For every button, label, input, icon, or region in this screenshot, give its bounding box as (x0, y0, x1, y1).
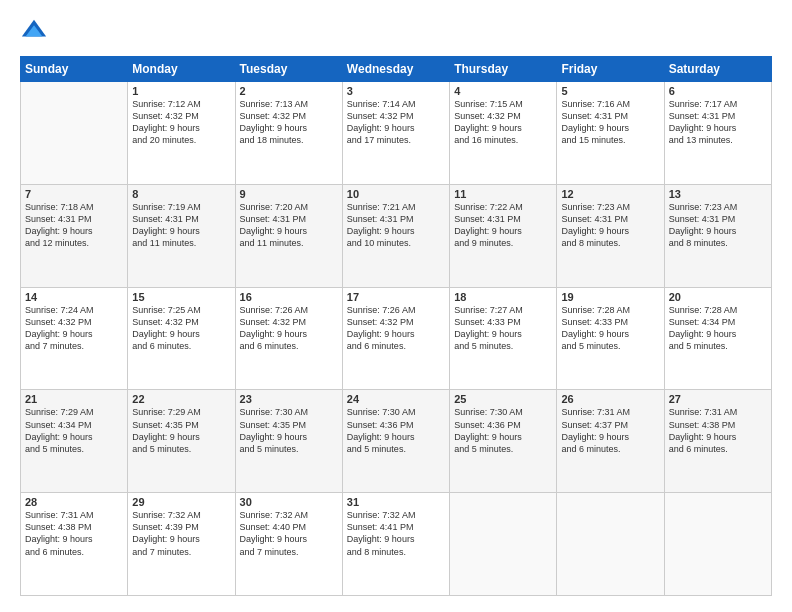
day-info: Sunrise: 7:16 AM Sunset: 4:31 PM Dayligh… (561, 98, 659, 147)
day-number: 4 (454, 85, 552, 97)
calendar-day-cell: 21Sunrise: 7:29 AM Sunset: 4:34 PM Dayli… (21, 390, 128, 493)
day-info: Sunrise: 7:30 AM Sunset: 4:35 PM Dayligh… (240, 406, 338, 455)
calendar-day-cell (557, 493, 664, 596)
day-number: 22 (132, 393, 230, 405)
calendar-day-cell: 2Sunrise: 7:13 AM Sunset: 4:32 PM Daylig… (235, 82, 342, 185)
day-info: Sunrise: 7:32 AM Sunset: 4:41 PM Dayligh… (347, 509, 445, 558)
calendar-day-cell: 4Sunrise: 7:15 AM Sunset: 4:32 PM Daylig… (450, 82, 557, 185)
day-info: Sunrise: 7:31 AM Sunset: 4:38 PM Dayligh… (669, 406, 767, 455)
calendar-week-row: 7Sunrise: 7:18 AM Sunset: 4:31 PM Daylig… (21, 184, 772, 287)
day-info: Sunrise: 7:12 AM Sunset: 4:32 PM Dayligh… (132, 98, 230, 147)
calendar-day-cell (664, 493, 771, 596)
day-info: Sunrise: 7:30 AM Sunset: 4:36 PM Dayligh… (347, 406, 445, 455)
day-info: Sunrise: 7:13 AM Sunset: 4:32 PM Dayligh… (240, 98, 338, 147)
day-number: 3 (347, 85, 445, 97)
calendar-day-header: Wednesday (342, 57, 449, 82)
day-info: Sunrise: 7:22 AM Sunset: 4:31 PM Dayligh… (454, 201, 552, 250)
day-number: 9 (240, 188, 338, 200)
day-number: 20 (669, 291, 767, 303)
calendar-day-cell: 11Sunrise: 7:22 AM Sunset: 4:31 PM Dayli… (450, 184, 557, 287)
calendar-week-row: 1Sunrise: 7:12 AM Sunset: 4:32 PM Daylig… (21, 82, 772, 185)
day-info: Sunrise: 7:27 AM Sunset: 4:33 PM Dayligh… (454, 304, 552, 353)
calendar-day-cell: 26Sunrise: 7:31 AM Sunset: 4:37 PM Dayli… (557, 390, 664, 493)
calendar-header-row: SundayMondayTuesdayWednesdayThursdayFrid… (21, 57, 772, 82)
calendar-day-cell: 24Sunrise: 7:30 AM Sunset: 4:36 PM Dayli… (342, 390, 449, 493)
day-number: 18 (454, 291, 552, 303)
day-number: 27 (669, 393, 767, 405)
calendar-table: SundayMondayTuesdayWednesdayThursdayFrid… (20, 56, 772, 596)
day-number: 13 (669, 188, 767, 200)
calendar-day-cell: 25Sunrise: 7:30 AM Sunset: 4:36 PM Dayli… (450, 390, 557, 493)
calendar-day-cell: 31Sunrise: 7:32 AM Sunset: 4:41 PM Dayli… (342, 493, 449, 596)
calendar-day-header: Saturday (664, 57, 771, 82)
calendar-day-cell: 29Sunrise: 7:32 AM Sunset: 4:39 PM Dayli… (128, 493, 235, 596)
calendar-day-cell: 16Sunrise: 7:26 AM Sunset: 4:32 PM Dayli… (235, 287, 342, 390)
calendar-day-cell: 19Sunrise: 7:28 AM Sunset: 4:33 PM Dayli… (557, 287, 664, 390)
day-number: 31 (347, 496, 445, 508)
day-info: Sunrise: 7:23 AM Sunset: 4:31 PM Dayligh… (669, 201, 767, 250)
calendar-day-header: Friday (557, 57, 664, 82)
calendar-day-cell: 18Sunrise: 7:27 AM Sunset: 4:33 PM Dayli… (450, 287, 557, 390)
calendar-day-cell: 6Sunrise: 7:17 AM Sunset: 4:31 PM Daylig… (664, 82, 771, 185)
calendar-day-cell: 1Sunrise: 7:12 AM Sunset: 4:32 PM Daylig… (128, 82, 235, 185)
day-number: 8 (132, 188, 230, 200)
day-number: 2 (240, 85, 338, 97)
day-number: 6 (669, 85, 767, 97)
day-number: 7 (25, 188, 123, 200)
calendar-day-cell: 12Sunrise: 7:23 AM Sunset: 4:31 PM Dayli… (557, 184, 664, 287)
day-number: 23 (240, 393, 338, 405)
day-number: 24 (347, 393, 445, 405)
calendar-day-cell: 30Sunrise: 7:32 AM Sunset: 4:40 PM Dayli… (235, 493, 342, 596)
day-info: Sunrise: 7:23 AM Sunset: 4:31 PM Dayligh… (561, 201, 659, 250)
day-number: 28 (25, 496, 123, 508)
day-number: 25 (454, 393, 552, 405)
calendar-day-header: Thursday (450, 57, 557, 82)
calendar-day-cell: 17Sunrise: 7:26 AM Sunset: 4:32 PM Dayli… (342, 287, 449, 390)
calendar-day-cell: 28Sunrise: 7:31 AM Sunset: 4:38 PM Dayli… (21, 493, 128, 596)
day-number: 15 (132, 291, 230, 303)
day-number: 19 (561, 291, 659, 303)
calendar-day-cell: 3Sunrise: 7:14 AM Sunset: 4:32 PM Daylig… (342, 82, 449, 185)
day-number: 26 (561, 393, 659, 405)
day-info: Sunrise: 7:24 AM Sunset: 4:32 PM Dayligh… (25, 304, 123, 353)
logo (20, 16, 52, 44)
day-number: 30 (240, 496, 338, 508)
day-number: 21 (25, 393, 123, 405)
calendar-day-cell: 22Sunrise: 7:29 AM Sunset: 4:35 PM Dayli… (128, 390, 235, 493)
day-info: Sunrise: 7:31 AM Sunset: 4:37 PM Dayligh… (561, 406, 659, 455)
day-info: Sunrise: 7:14 AM Sunset: 4:32 PM Dayligh… (347, 98, 445, 147)
calendar-day-cell: 13Sunrise: 7:23 AM Sunset: 4:31 PM Dayli… (664, 184, 771, 287)
day-info: Sunrise: 7:26 AM Sunset: 4:32 PM Dayligh… (347, 304, 445, 353)
header (20, 16, 772, 44)
day-info: Sunrise: 7:29 AM Sunset: 4:34 PM Dayligh… (25, 406, 123, 455)
calendar-day-cell: 23Sunrise: 7:30 AM Sunset: 4:35 PM Dayli… (235, 390, 342, 493)
calendar-day-cell: 5Sunrise: 7:16 AM Sunset: 4:31 PM Daylig… (557, 82, 664, 185)
day-number: 1 (132, 85, 230, 97)
day-info: Sunrise: 7:32 AM Sunset: 4:39 PM Dayligh… (132, 509, 230, 558)
calendar-day-header: Monday (128, 57, 235, 82)
day-info: Sunrise: 7:18 AM Sunset: 4:31 PM Dayligh… (25, 201, 123, 250)
day-info: Sunrise: 7:32 AM Sunset: 4:40 PM Dayligh… (240, 509, 338, 558)
page: SundayMondayTuesdayWednesdayThursdayFrid… (0, 0, 792, 612)
calendar-day-cell (450, 493, 557, 596)
calendar-week-row: 28Sunrise: 7:31 AM Sunset: 4:38 PM Dayli… (21, 493, 772, 596)
day-info: Sunrise: 7:28 AM Sunset: 4:34 PM Dayligh… (669, 304, 767, 353)
calendar-week-row: 14Sunrise: 7:24 AM Sunset: 4:32 PM Dayli… (21, 287, 772, 390)
day-info: Sunrise: 7:26 AM Sunset: 4:32 PM Dayligh… (240, 304, 338, 353)
day-info: Sunrise: 7:19 AM Sunset: 4:31 PM Dayligh… (132, 201, 230, 250)
calendar-day-cell: 20Sunrise: 7:28 AM Sunset: 4:34 PM Dayli… (664, 287, 771, 390)
calendar-day-cell (21, 82, 128, 185)
day-info: Sunrise: 7:20 AM Sunset: 4:31 PM Dayligh… (240, 201, 338, 250)
calendar-day-header: Tuesday (235, 57, 342, 82)
calendar-day-cell: 7Sunrise: 7:18 AM Sunset: 4:31 PM Daylig… (21, 184, 128, 287)
day-info: Sunrise: 7:25 AM Sunset: 4:32 PM Dayligh… (132, 304, 230, 353)
day-number: 11 (454, 188, 552, 200)
calendar-week-row: 21Sunrise: 7:29 AM Sunset: 4:34 PM Dayli… (21, 390, 772, 493)
day-number: 17 (347, 291, 445, 303)
day-info: Sunrise: 7:30 AM Sunset: 4:36 PM Dayligh… (454, 406, 552, 455)
day-number: 10 (347, 188, 445, 200)
day-number: 5 (561, 85, 659, 97)
calendar-day-cell: 27Sunrise: 7:31 AM Sunset: 4:38 PM Dayli… (664, 390, 771, 493)
calendar-day-header: Sunday (21, 57, 128, 82)
day-info: Sunrise: 7:17 AM Sunset: 4:31 PM Dayligh… (669, 98, 767, 147)
